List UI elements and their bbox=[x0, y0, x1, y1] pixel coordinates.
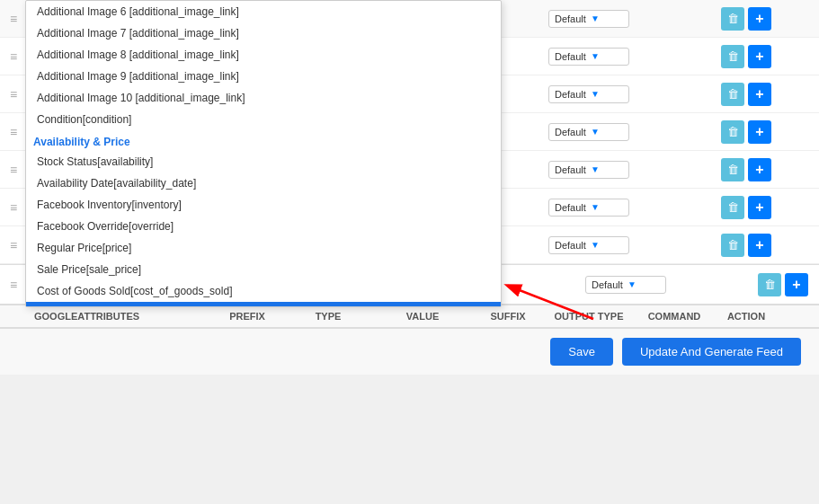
row-action: 🗑 + bbox=[710, 7, 782, 31]
dropdown-arrow-icon: ▼ bbox=[628, 279, 660, 289]
row-action: 🗑 + bbox=[710, 158, 782, 181]
col-outputtype-header: OUTPUT TYPE bbox=[539, 311, 638, 322]
delete-button[interactable]: 🗑 bbox=[721, 83, 744, 106]
col-prefix-header: PREFIX bbox=[207, 311, 288, 322]
drag-handle[interactable]: ≡ bbox=[0, 87, 27, 102]
row-outputtype[interactable]: Default ▼ bbox=[539, 161, 638, 179]
dropdown-arrow-icon: ▼ bbox=[591, 164, 623, 174]
add-button[interactable]: + bbox=[748, 45, 771, 68]
row-action: 🗑 + bbox=[710, 234, 782, 257]
add-button[interactable]: + bbox=[748, 158, 771, 181]
add-button[interactable]: + bbox=[748, 196, 771, 219]
dropdown-arrow-icon: ▼ bbox=[591, 13, 623, 23]
drag-handle[interactable]: ≡ bbox=[0, 49, 27, 64]
dropdown-arrow-icon: ▼ bbox=[591, 127, 623, 137]
main-container: ≡ Default ▼ 🗑 + ≡ bbox=[0, 0, 819, 375]
dropdown-item[interactable]: Availability Date[availability_date] bbox=[26, 172, 501, 194]
output-type-dropdown[interactable]: Default ▼ bbox=[548, 199, 629, 217]
row-outputtype[interactable]: Default ▼ bbox=[539, 199, 638, 217]
drag-handle[interactable]: ≡ bbox=[0, 125, 27, 139]
dropdown-scroll-area[interactable]: Additional Image 6 [additional_image_lin… bbox=[26, 1, 501, 306]
dropdown-item[interactable]: Facebook Override[override] bbox=[26, 216, 501, 237]
editor-add-button[interactable]: + bbox=[785, 273, 808, 296]
editor-row-action: 🗑 + bbox=[747, 273, 819, 296]
dropdown-arrow-icon: ▼ bbox=[591, 202, 623, 212]
delete-button[interactable]: 🗑 bbox=[721, 196, 744, 219]
dropdown-item[interactable]: Sale Price[sale_price] bbox=[26, 259, 501, 280]
output-type-dropdown[interactable]: Default ▼ bbox=[548, 236, 629, 254]
add-button[interactable]: + bbox=[748, 234, 771, 257]
dropdown-item[interactable]: Condition[condition] bbox=[26, 109, 501, 130]
update-generate-button[interactable]: Update And Generate Feed bbox=[622, 338, 801, 366]
dropdown-arrow-icon: ▼ bbox=[591, 240, 623, 250]
col-action-header: ACTION bbox=[710, 311, 782, 322]
row-action: 🗑 + bbox=[710, 83, 782, 106]
drag-handle[interactable]: ≡ bbox=[0, 12, 27, 26]
dropdown-item[interactable]: Additional Image 8 [additional_image_lin… bbox=[26, 44, 501, 66]
delete-button[interactable]: 🗑 bbox=[721, 158, 744, 181]
add-button[interactable]: + bbox=[748, 83, 771, 106]
output-type-dropdown[interactable]: Default ▼ bbox=[548, 123, 629, 141]
delete-button[interactable]: 🗑 bbox=[721, 7, 744, 31]
editor-output-type-dropdown[interactable]: Default ▼ bbox=[585, 276, 666, 294]
delete-button[interactable]: 🗑 bbox=[721, 45, 744, 68]
col-command-header: COMMAND bbox=[638, 311, 710, 322]
dropdown-item[interactable]: Facebook Inventory[inventory] bbox=[26, 194, 501, 216]
save-button[interactable]: Save bbox=[550, 338, 613, 366]
dropdown-item[interactable]: Additional Image 6 [additional_image_lin… bbox=[26, 1, 501, 22]
row-action: 🗑 + bbox=[710, 120, 782, 144]
drag-handle[interactable]: ≡ bbox=[0, 238, 27, 252]
attribute-dropdown-overlay: Additional Image 6 [additional_image_lin… bbox=[25, 0, 502, 307]
drag-handle[interactable]: ≡ bbox=[0, 163, 27, 177]
row-outputtype[interactable]: Default ▼ bbox=[539, 10, 638, 28]
dropdown-arrow-icon: ▼ bbox=[591, 51, 623, 61]
dropdown-arrow-icon: ▼ bbox=[591, 89, 623, 99]
output-type-dropdown[interactable]: Default ▼ bbox=[548, 85, 629, 103]
dropdown-item[interactable]: Regular Price[price] bbox=[26, 237, 501, 259]
delete-button[interactable]: 🗑 bbox=[721, 234, 744, 257]
add-button[interactable]: + bbox=[748, 7, 771, 31]
row-outputtype[interactable]: Default ▼ bbox=[539, 236, 638, 254]
dropdown-item[interactable]: Additional Image 9 [additional_image_lin… bbox=[26, 66, 501, 87]
row-action: 🗑 + bbox=[710, 45, 782, 68]
editor-delete-button[interactable]: 🗑 bbox=[758, 273, 781, 296]
add-button[interactable]: + bbox=[748, 120, 771, 144]
column-headers: GOOGLEATTRIBUTES PREFIX TYPE VALUE SUFFI… bbox=[0, 304, 819, 328]
col-type-header: TYPE bbox=[288, 311, 369, 322]
row-action: 🗑 + bbox=[710, 196, 782, 219]
output-type-dropdown[interactable]: Default ▼ bbox=[548, 48, 629, 66]
bottom-bar: Save Update And Generate Feed bbox=[0, 328, 819, 375]
row-outputtype[interactable]: Default ▼ bbox=[539, 48, 638, 66]
dropdown-category-availability: Availability & Price bbox=[26, 130, 501, 151]
dropdown-item-selected[interactable]: Sale Price Effective Date[sale_price_eff… bbox=[26, 302, 501, 306]
delete-button[interactable]: 🗑 bbox=[721, 120, 744, 144]
row-outputtype[interactable]: Default ▼ bbox=[539, 85, 638, 103]
col-suffix-header: SUFFIX bbox=[476, 311, 539, 322]
dropdown-item[interactable]: Additional Image 10 [additional_image_li… bbox=[26, 87, 501, 109]
dropdown-item[interactable]: Additional Image 7 [additional_image_lin… bbox=[26, 22, 501, 44]
drag-handle[interactable]: ≡ bbox=[0, 200, 27, 215]
editor-outputtype[interactable]: Default ▼ bbox=[576, 276, 675, 294]
col-googleattr-header: GOOGLEATTRIBUTES bbox=[27, 311, 207, 322]
editor-drag-handle[interactable]: ≡ bbox=[0, 278, 27, 292]
col-value-header: VALUE bbox=[369, 311, 476, 322]
row-outputtype[interactable]: Default ▼ bbox=[539, 123, 638, 141]
output-type-dropdown[interactable]: Default ▼ bbox=[548, 161, 629, 179]
output-type-dropdown[interactable]: Default ▼ bbox=[548, 10, 629, 28]
dropdown-item[interactable]: Stock Status[availability] bbox=[26, 151, 501, 172]
table-body: ≡ Default ▼ 🗑 + ≡ bbox=[0, 0, 819, 264]
dropdown-item[interactable]: Cost of Goods Sold[cost_of_goods_sold] bbox=[26, 280, 501, 302]
